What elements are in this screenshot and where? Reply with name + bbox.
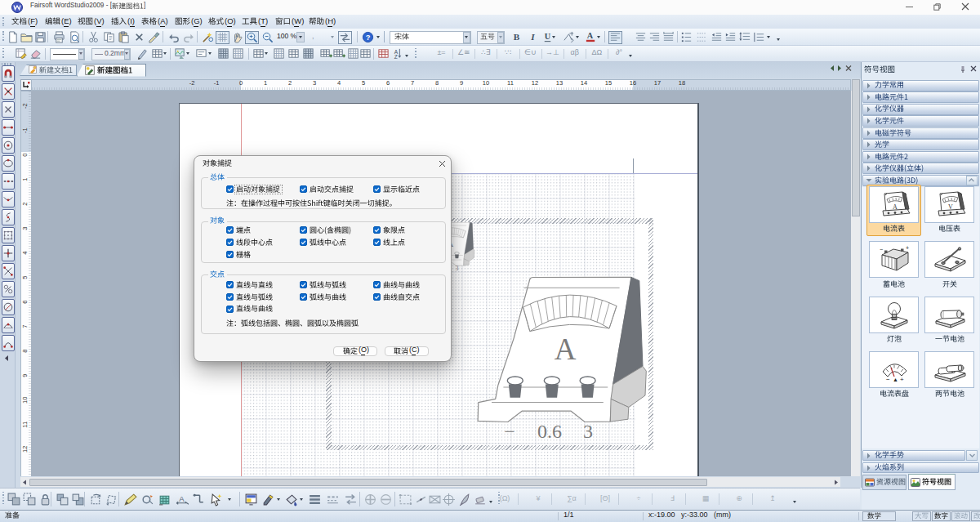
svg-text:+: +: [906, 245, 909, 251]
svg-text:−: −: [880, 247, 883, 252]
svg-text:−: −: [886, 376, 890, 383]
svg-text:Z: Z: [394, 54, 398, 60]
svg-text:A: A: [555, 332, 577, 366]
svg-text:I: I: [530, 32, 535, 42]
svg-text:3: 3: [583, 421, 593, 442]
svg-text:A: A: [893, 203, 898, 211]
svg-text:V: V: [948, 203, 953, 211]
svg-text:A: A: [179, 494, 185, 503]
svg-text:+: +: [900, 376, 904, 383]
svg-text:0.6: 0.6: [537, 421, 562, 442]
svg-text:A: A: [587, 31, 594, 40]
svg-text:?: ?: [366, 33, 371, 42]
svg-text:B: B: [514, 32, 520, 42]
svg-text:−: −: [504, 421, 515, 442]
svg-text:▲: ▲: [893, 377, 898, 382]
svg-text:U: U: [545, 32, 551, 41]
